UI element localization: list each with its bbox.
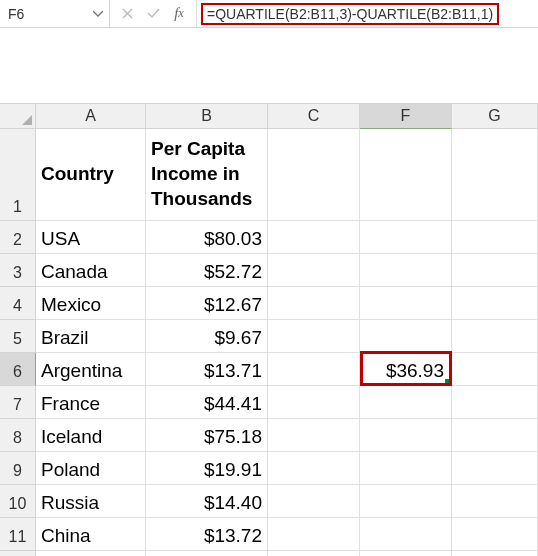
cell-G2[interactable]: [452, 221, 538, 254]
cell-A8[interactable]: Iceland: [36, 419, 146, 452]
row-header[interactable]: 2: [0, 221, 36, 254]
cell-C2[interactable]: [268, 221, 360, 254]
name-box: F6: [8, 6, 91, 22]
cell-G10[interactable]: [452, 485, 538, 518]
table-row: 11 China $13.72: [0, 518, 538, 551]
cell-F3[interactable]: [360, 254, 452, 287]
row-header[interactable]: 12: [0, 551, 36, 556]
spreadsheet-grid[interactable]: A B C F G 1 Country Per Capita Income in…: [0, 104, 538, 556]
cell-B6[interactable]: $13.71: [146, 353, 268, 386]
cell-C3[interactable]: [268, 254, 360, 287]
cell-C12[interactable]: [268, 551, 360, 556]
cell-G1[interactable]: [452, 129, 538, 221]
cell-F8[interactable]: [360, 419, 452, 452]
col-header-F[interactable]: F: [360, 104, 452, 129]
cell-F11[interactable]: [360, 518, 452, 551]
cell-A7[interactable]: France: [36, 386, 146, 419]
cell-G7[interactable]: [452, 386, 538, 419]
cell-B7[interactable]: $44.41: [146, 386, 268, 419]
col-header-G[interactable]: G: [452, 104, 538, 129]
cell-A9[interactable]: Poland: [36, 452, 146, 485]
row-header[interactable]: 5: [0, 320, 36, 353]
cell-F9[interactable]: [360, 452, 452, 485]
col-header-C[interactable]: C: [268, 104, 360, 129]
cell-C9[interactable]: [268, 452, 360, 485]
table-row: 2 USA $80.03: [0, 221, 538, 254]
row-header[interactable]: 3: [0, 254, 36, 287]
cell-B4[interactable]: $12.67: [146, 287, 268, 320]
cell-F5[interactable]: [360, 320, 452, 353]
cell-B12[interactable]: [146, 551, 268, 556]
cell-G9[interactable]: [452, 452, 538, 485]
cell-C11[interactable]: [268, 518, 360, 551]
ribbon-area: [0, 28, 538, 104]
cancel-icon[interactable]: [120, 7, 134, 21]
cell-F7[interactable]: [360, 386, 452, 419]
table-row: 8 Iceland $75.18: [0, 419, 538, 452]
row-header[interactable]: 9: [0, 452, 36, 485]
cell-F1[interactable]: [360, 129, 452, 221]
cell-A1[interactable]: Country: [36, 129, 146, 221]
formula-bar-buttons: fx: [110, 0, 197, 27]
cell-A2[interactable]: USA: [36, 221, 146, 254]
confirm-icon[interactable]: [146, 7, 160, 21]
column-headers-row: A B C F G: [0, 104, 538, 129]
cell-G6[interactable]: [452, 353, 538, 386]
row-header[interactable]: 8: [0, 419, 36, 452]
row-header[interactable]: 6: [0, 353, 36, 386]
table-row: 6 Argentina $13.71 $36.93: [0, 353, 538, 386]
cell-F6[interactable]: $36.93: [360, 351, 452, 386]
cell-F12[interactable]: [360, 551, 452, 556]
chevron-down-icon[interactable]: [91, 7, 105, 21]
cell-G3[interactable]: [452, 254, 538, 287]
cell-G12[interactable]: [452, 551, 538, 556]
table-row: 5 Brazil $9.67: [0, 320, 538, 353]
table-row: 12: [0, 551, 538, 556]
cell-B9[interactable]: $19.91: [146, 452, 268, 485]
col-header-A[interactable]: A: [36, 104, 146, 129]
table-row: 4 Mexico $12.67: [0, 287, 538, 320]
table-row: 1 Country Per Capita Income in Thousands: [0, 129, 538, 221]
cell-B2[interactable]: $80.03: [146, 221, 268, 254]
cell-C4[interactable]: [268, 287, 360, 320]
cell-A5[interactable]: Brazil: [36, 320, 146, 353]
cell-B5[interactable]: $9.67: [146, 320, 268, 353]
col-header-B[interactable]: B: [146, 104, 268, 129]
cell-G4[interactable]: [452, 287, 538, 320]
table-row: 9 Poland $19.91: [0, 452, 538, 485]
cell-F10[interactable]: [360, 485, 452, 518]
cell-B11[interactable]: $13.72: [146, 518, 268, 551]
cell-B1[interactable]: Per Capita Income in Thousands: [146, 129, 268, 221]
cell-B3[interactable]: $52.72: [146, 254, 268, 287]
formula-input[interactable]: =QUARTILE(B2:B11,3)-QUARTILE(B2:B11,1): [197, 0, 538, 27]
formula-bar: F6 fx =QUARTILE(B2:B11,3)-QUARTILE(B2:B1…: [0, 0, 538, 28]
cell-C8[interactable]: [268, 419, 360, 452]
row-header[interactable]: 1: [0, 129, 36, 221]
cell-A11[interactable]: China: [36, 518, 146, 551]
cell-C10[interactable]: [268, 485, 360, 518]
cell-G11[interactable]: [452, 518, 538, 551]
row-header[interactable]: 10: [0, 485, 36, 518]
cell-A10[interactable]: Russia: [36, 485, 146, 518]
cell-B8[interactable]: $75.18: [146, 419, 268, 452]
row-header[interactable]: 11: [0, 518, 36, 551]
fx-icon[interactable]: fx: [172, 7, 186, 21]
cell-C5[interactable]: [268, 320, 360, 353]
cell-A6[interactable]: Argentina: [36, 353, 146, 386]
row-header[interactable]: 7: [0, 386, 36, 419]
cell-F2[interactable]: [360, 221, 452, 254]
cell-G5[interactable]: [452, 320, 538, 353]
cell-B10[interactable]: $14.40: [146, 485, 268, 518]
cell-A3[interactable]: Canada: [36, 254, 146, 287]
cell-F4[interactable]: [360, 287, 452, 320]
cell-A12[interactable]: [36, 551, 146, 556]
name-box-container[interactable]: F6: [0, 0, 110, 27]
row-header[interactable]: 4: [0, 287, 36, 320]
cell-C1[interactable]: [268, 129, 360, 221]
cell-C7[interactable]: [268, 386, 360, 419]
cell-C6[interactable]: [268, 353, 360, 386]
table-row: 7 France $44.41: [0, 386, 538, 419]
cell-A4[interactable]: Mexico: [36, 287, 146, 320]
cell-G8[interactable]: [452, 419, 538, 452]
select-all-corner[interactable]: [0, 104, 36, 129]
